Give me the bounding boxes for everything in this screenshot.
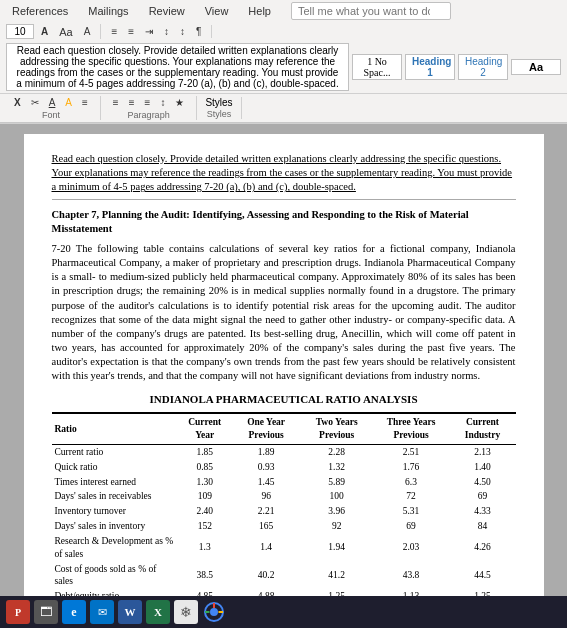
align-left-button[interactable]: ≡ [107,25,121,38]
menu-bar: References Mailings Review View Help [0,0,567,22]
ratio-name: Cost of goods sold as % of sales [52,562,178,590]
taskbar-folder[interactable]: 🗔 [34,600,58,624]
font-size-input[interactable] [6,24,34,39]
para-line[interactable]: ≡ [141,96,155,109]
table-row: Days' sales in receivables109961007269 [52,489,516,504]
highlight-button[interactable]: A [61,96,76,109]
style-heading1[interactable]: Heading 1 [405,54,455,80]
underline-font-button[interactable]: A [45,96,60,109]
ratio-name: Quick ratio [52,460,178,475]
ratio-name: Days' sales in inventory [52,519,178,534]
taskbar-powerpoint[interactable]: P [6,600,30,624]
sort-button[interactable]: ↕ [176,25,189,38]
table-row: Research & Development as % of sales1.31… [52,534,516,562]
bold-text-button[interactable]: X [10,96,25,109]
ratio-value: 5.31 [373,504,450,519]
styles-panel: Read each question closely. Provide deta… [6,43,561,91]
ratio-value: 1.3 [178,534,232,562]
ratio-name: Days' sales in receivables [52,489,178,504]
table-row: Inventory turnover2.402.213.965.314.33 [52,504,516,519]
col-three-years: Three Years Previous [373,413,450,444]
font-size-group: A Aa A [6,24,101,39]
col-industry: Current Industry [449,413,515,444]
ratio-value: 3.96 [301,504,373,519]
ratio-value: 4.33 [449,504,515,519]
ribbon-row2: X ✂ A A ≡ Font ≡ ≡ ≡ ↕ ★ Paragraph Style… [0,94,567,123]
ratio-value: 92 [301,519,373,534]
menu-help[interactable]: Help [242,3,277,19]
document-area: Read each question closely. Provide deta… [0,124,567,622]
style-normal[interactable]: Read each question closely. Provide deta… [6,43,349,91]
document-page: Read each question closely. Provide deta… [24,134,544,622]
taskbar-excel[interactable]: X [146,600,170,624]
table-title: INDIANOLA PHARMACEUTICAL RATIO ANALYSIS [52,392,516,407]
menu-mailings[interactable]: Mailings [82,3,134,19]
taskbar-word[interactable]: W [118,600,142,624]
italic-button[interactable]: ✂ [27,96,43,109]
ratio-value: 96 [232,489,301,504]
para-align-left[interactable]: ≡ [109,96,123,109]
taskbar-chrome[interactable] [202,600,226,624]
ratio-name: Current ratio [52,445,178,460]
ratio-table: Ratio Current Year One Year Previous Two… [52,412,516,622]
menu-review[interactable]: Review [143,3,191,19]
ratio-name: Research & Development as % of sales [52,534,178,562]
body-text: 7-20 The following table contains calcul… [52,242,516,384]
style-nospace[interactable]: 1 No Spac... [352,54,402,80]
ratio-value: 41.2 [301,562,373,590]
ratio-value: 0.85 [178,460,232,475]
ratio-value: 43.8 [373,562,450,590]
ratio-value: 2.28 [301,445,373,460]
ratio-value: 5.89 [301,475,373,490]
table-row: Times interest earned1.301.455.896.34.50 [52,475,516,490]
chapter-heading: Chapter 7, Planning the Audit: Identifyi… [52,208,516,236]
ratio-value: 1.32 [301,460,373,475]
ratio-value: 84 [449,519,515,534]
align-center-button[interactable]: ≡ [124,25,138,38]
taskbar-snowflake[interactable]: ❄ [174,600,198,624]
ratio-value: 44.5 [449,562,515,590]
ratio-value: 1.4 [232,534,301,562]
table-row: Cost of goods sold as % of sales38.540.2… [52,562,516,590]
font-aa-button[interactable]: Aa [55,25,76,39]
intro-paragraph: Read each question closely. Provide deta… [52,152,516,200]
ratio-value: 1.76 [373,460,450,475]
bold-button[interactable]: A [37,25,52,38]
ribbon-section-font: X ✂ A A ≡ Font [6,96,101,120]
ratio-value: 6.3 [373,475,450,490]
ratio-value: 72 [373,489,450,504]
ratio-value: 100 [301,489,373,504]
ratio-value: 1.40 [449,460,515,475]
ribbon-row1: A Aa A ≡ ≡ ⇥ ↕ ↕ ¶ Read each question cl… [0,22,567,94]
para-star[interactable]: ★ [171,96,188,109]
styles-label: Styles [205,97,232,108]
menu-view[interactable]: View [199,3,235,19]
indent-button[interactable]: ⇥ [141,25,157,38]
show-marks-button[interactable]: ¶ [192,25,205,38]
col-current-year: Current Year [178,413,232,444]
table-row: Quick ratio0.850.931.321.761.40 [52,460,516,475]
taskbar-mail[interactable]: ✉ [90,600,114,624]
menu-references[interactable]: References [6,3,74,19]
taskbar: P 🗔 e ✉ W X ❄ [0,596,567,628]
para-format[interactable]: ↕ [156,96,169,109]
line-spacing-button[interactable]: ↕ [160,25,173,38]
col-ratio: Ratio [52,413,178,444]
col-one-year: One Year Previous [232,413,301,444]
col-two-years: Two Years Previous [301,413,373,444]
color-button[interactable]: ≡ [78,96,92,109]
para-align-center[interactable]: ≡ [125,96,139,109]
style-aa[interactable]: Aa [511,59,561,75]
ratio-value: 2.21 [232,504,301,519]
table-section: INDIANOLA PHARMACEUTICAL RATIO ANALYSIS … [52,392,516,622]
ratio-value: 1.45 [232,475,301,490]
search-input[interactable] [291,2,451,20]
ratio-value: 40.2 [232,562,301,590]
style-heading2[interactable]: Heading 2 [458,54,508,80]
taskbar-edge[interactable]: e [62,600,86,624]
ratio-value: 165 [232,519,301,534]
format-group: ≡ ≡ ⇥ ↕ ↕ ¶ [107,25,212,38]
ratio-name: Times interest earned [52,475,178,490]
font-section-label: Font [42,110,60,120]
font-az-button[interactable]: A [80,25,95,38]
